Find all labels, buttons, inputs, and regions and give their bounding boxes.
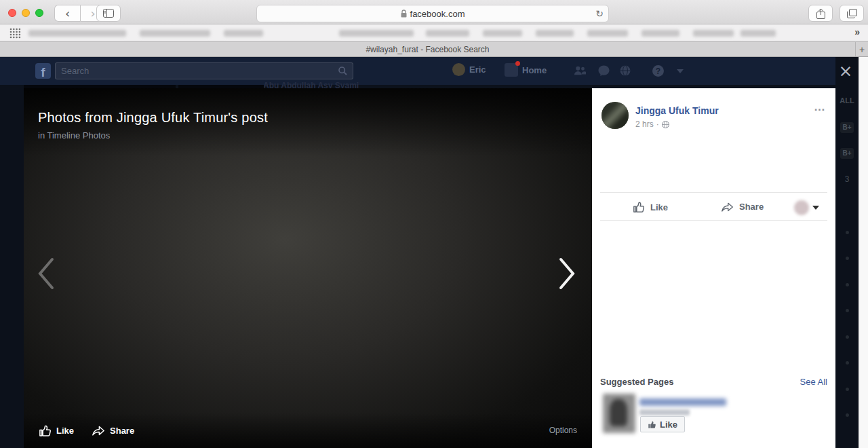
notification-badge — [515, 61, 520, 66]
photo-title: Photos from Jingga Ufuk Timur's post — [38, 110, 268, 126]
facebook-search-box[interactable] — [55, 62, 353, 79]
reaction-dropdown[interactable] — [794, 200, 819, 215]
bookmark-item[interactable] — [536, 30, 574, 37]
rail-badge: B+ — [840, 148, 854, 159]
notifications-globe-icon[interactable] — [620, 65, 631, 76]
bookmarks-bar: » — [0, 24, 868, 41]
show-all-tabs-button[interactable] — [840, 5, 864, 22]
bookmark-item[interactable] — [693, 30, 734, 37]
search-icon — [338, 67, 347, 75]
browser-titlebar: ‹ › facebook.com ↻ — [0, 0, 868, 24]
bookmark-item[interactable] — [587, 30, 628, 37]
bookmark-item[interactable] — [224, 30, 263, 37]
post-author-link[interactable]: Jingga Ufuk Timur — [635, 105, 719, 116]
search-input[interactable] — [56, 66, 338, 76]
share-arrow-icon — [721, 201, 734, 212]
tab-title: #wilayah_furat - Facebook Search — [366, 45, 489, 54]
messenger-icon[interactable] — [598, 65, 610, 76]
bookmark-item[interactable] — [642, 30, 679, 37]
next-photo-arrow-icon[interactable] — [557, 257, 577, 291]
rail-dot — [846, 309, 849, 312]
privacy-globe-icon — [662, 121, 669, 128]
share-page-button[interactable] — [808, 5, 833, 22]
background-filter-rail: ALL B+ B+ 3 — [835, 57, 859, 448]
close-window-button[interactable] — [8, 9, 16, 17]
divider — [600, 192, 827, 193]
close-theater-button[interactable]: × — [837, 63, 854, 81]
post-panel: Jingga Ufuk Timur 2 hrs · … Like Share — [592, 88, 835, 448]
like-thumb-icon — [633, 201, 645, 213]
bookmarks-overflow-icon[interactable]: » — [854, 26, 860, 37]
post-like-label: Like — [650, 202, 668, 212]
reaction-caret-icon — [812, 206, 819, 210]
account-menu-caret-icon[interactable] — [677, 69, 684, 73]
see-all-link[interactable]: See All — [800, 377, 827, 387]
rail-dot — [846, 257, 849, 260]
bookmark-item[interactable] — [28, 30, 126, 37]
meta-separator: · — [656, 119, 659, 129]
rail-badge: B+ — [840, 122, 854, 133]
photo-action-bar: Like Share Options — [24, 413, 592, 448]
photo-share-button[interactable]: Share — [92, 424, 134, 436]
photo-like-label: Like — [56, 426, 74, 436]
suggested-page-avatar-blurred[interactable] — [603, 394, 635, 433]
suggested-page-name-blurred[interactable] — [639, 398, 726, 406]
home-nav-item[interactable]: Home — [505, 63, 547, 77]
post-author-avatar[interactable] — [601, 102, 629, 129]
bookmark-item[interactable] — [339, 30, 414, 37]
new-tab-button[interactable]: + — [855, 42, 868, 56]
suggested-pages-title: Suggested Pages — [600, 377, 673, 387]
suggested-page-like-button[interactable]: Like — [640, 416, 685, 432]
tabs-overview-icon — [847, 9, 857, 18]
facebook-logo[interactable]: f — [35, 63, 51, 79]
suggested-like-label: Like — [660, 419, 677, 430]
minimize-window-button[interactable] — [22, 9, 30, 17]
previous-photo-arrow-icon[interactable] — [36, 257, 56, 291]
rail-dot — [846, 283, 849, 286]
post-more-menu-icon[interactable]: … — [814, 100, 826, 114]
suggested-pages-header: Suggested Pages See All — [600, 377, 827, 387]
suggested-page-subtitle-blurred — [639, 409, 690, 415]
bookmark-item[interactable] — [426, 30, 469, 37]
post-share-button[interactable]: Share — [721, 201, 764, 212]
photo-stage: Photos from Jingga Ufuk Timur's post in … — [24, 88, 592, 448]
bookmark-item[interactable] — [741, 30, 776, 37]
rail-dot — [846, 388, 849, 391]
profile-nav-item[interactable]: Eric — [452, 63, 486, 76]
post-like-button[interactable]: Like — [633, 201, 668, 213]
home-label: Home — [522, 65, 547, 75]
notification-thumbnail-icon — [505, 63, 518, 77]
zoom-window-button[interactable] — [35, 9, 43, 17]
post-time: 2 hrs — [635, 119, 654, 129]
help-icon[interactable]: ? — [652, 65, 664, 77]
album-link[interactable]: Timeline Photos — [47, 130, 111, 141]
photo-share-label: Share — [110, 426, 134, 436]
window-controls — [8, 9, 43, 17]
sidebar-toggle-button[interactable] — [96, 5, 121, 22]
share-arrow-icon — [92, 424, 105, 436]
photo-options-button[interactable]: Options — [549, 426, 577, 435]
bookmark-item[interactable] — [140, 30, 210, 37]
post-meta: 2 hrs · — [635, 119, 669, 129]
frequently-visited-grid-icon[interactable] — [9, 28, 21, 39]
page-edge-strip — [859, 57, 868, 448]
rail-dot — [846, 361, 849, 365]
friend-requests-icon[interactable] — [574, 65, 586, 76]
url-text: facebook.com — [410, 9, 465, 19]
lock-icon — [401, 10, 407, 18]
bookmark-item[interactable] — [483, 30, 522, 37]
photo-like-button[interactable]: Like — [39, 424, 74, 437]
like-thumb-icon — [39, 424, 52, 437]
address-bar[interactable]: facebook.com ↻ — [256, 5, 609, 22]
like-thumb-icon — [648, 420, 656, 429]
reload-icon[interactable]: ↻ — [595, 8, 604, 19]
rail-count: 3 — [835, 174, 859, 184]
photo-title-block: Photos from Jingga Ufuk Timur's post in … — [38, 110, 268, 141]
tab-bar: #wilayah_furat - Facebook Search + — [0, 41, 868, 57]
active-tab[interactable]: #wilayah_furat - Facebook Search — [0, 42, 855, 56]
rail-item-all: ALL — [835, 96, 859, 105]
back-button[interactable]: ‹ — [54, 5, 80, 22]
new-tab-icon: + — [859, 44, 865, 55]
divider — [600, 220, 827, 221]
rail-dot — [846, 231, 849, 234]
